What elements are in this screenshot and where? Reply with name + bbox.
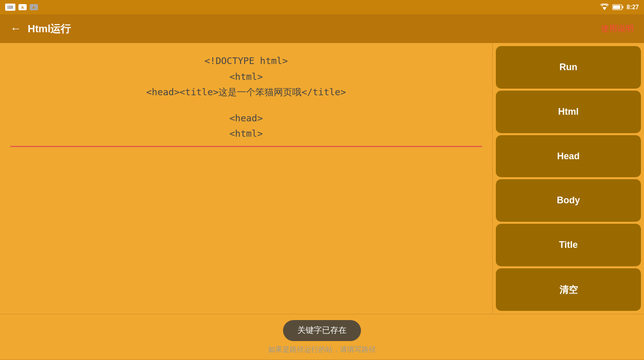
code-divider [10, 146, 482, 147]
code-line-1: <!DOCTYPE html> [10, 53, 482, 69]
svg-rect-2 [622, 6, 623, 9]
time-display: 8:27 [627, 4, 639, 11]
input-icon2: A [30, 4, 38, 10]
code-line-3: <head><title>这是一个笨猫网页哦</title> [10, 84, 482, 100]
status-bar: ⌨ A A 8:27 [0, 0, 644, 14]
html-button[interactable]: Html [496, 91, 641, 133]
input-icon: A [18, 4, 27, 10]
code-line-2: <html> [10, 69, 482, 85]
page-title: Html运行 [28, 22, 71, 36]
wifi-icon [600, 4, 609, 11]
main-content: <!DOCTYPE html> <html> <head><title>这是一个… [0, 43, 644, 314]
run-button[interactable]: Run [496, 46, 641, 89]
usage-link[interactable]: 使用说明 [601, 24, 634, 34]
body-button[interactable]: Body [496, 179, 641, 222]
svg-marker-0 [602, 7, 607, 10]
title-button[interactable]: Title [496, 224, 641, 266]
head-button[interactable]: Head [496, 135, 641, 178]
status-left-icons: ⌨ A A [5, 4, 38, 11]
top-bar-left: ← Html运行 [10, 22, 71, 36]
bottom-hint: 如果是路径运行的站，请填写路径 [268, 345, 376, 354]
clear-button[interactable]: 清空 [496, 268, 641, 311]
battery-icon [612, 4, 623, 10]
svg-rect-3 [613, 6, 620, 9]
toast-message: 关键字已存在 [283, 320, 361, 341]
bottom-area: 关键字已存在 如果是路径运行的站，请填写路径 [0, 314, 644, 360]
keyboard-icon: ⌨ [5, 4, 15, 11]
sidebar: Run Html Head Body Title 清空 [492, 43, 644, 314]
code-editor[interactable]: <!DOCTYPE html> <html> <head><title>这是一个… [0, 43, 492, 314]
back-button[interactable]: ← [10, 22, 22, 35]
code-line-4: <head> [10, 111, 482, 126]
code-line-5: <html> [10, 126, 482, 142]
status-right-icons: 8:27 [600, 4, 639, 11]
top-bar: ← Html运行 使用说明 [0, 14, 644, 43]
